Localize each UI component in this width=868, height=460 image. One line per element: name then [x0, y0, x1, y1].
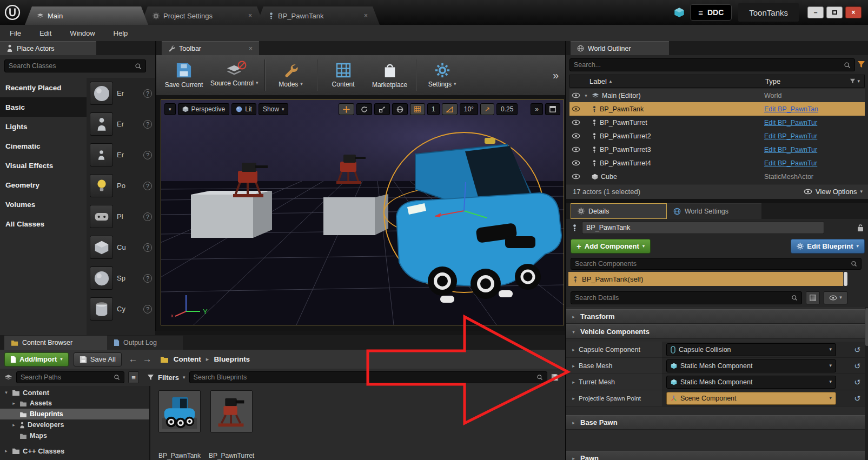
- help-icon[interactable]: ?: [143, 89, 152, 98]
- help-icon[interactable]: ?: [143, 305, 152, 314]
- minimize-button[interactable]: –: [807, 6, 824, 18]
- place-item-point-light[interactable]: Po ?: [87, 170, 155, 201]
- tab-world-outliner[interactable]: World Outliner: [571, 41, 669, 55]
- add-component-button[interactable]: + Add Component ▾: [571, 239, 651, 254]
- actor-name-input[interactable]: [586, 224, 820, 231]
- component-root-row[interactable]: BP_PawnTank(self): [568, 272, 843, 286]
- tree-item-maps[interactable]: ▸ Maps: [0, 430, 149, 441]
- maximize-viewport-button[interactable]: [545, 103, 560, 115]
- outliner-filter-icon[interactable]: [857, 61, 865, 68]
- help-icon[interactable]: ?: [143, 120, 152, 129]
- tab-project-settings[interactable]: Project Settings ×: [141, 6, 264, 25]
- category-basic[interactable]: Basic: [0, 97, 87, 117]
- details-scrollbar-track[interactable]: [865, 307, 868, 460]
- viewport-options-button[interactable]: ▾: [164, 103, 176, 115]
- tree-item-blueprints[interactable]: ▸ Blueprints: [0, 409, 149, 419]
- grid-snap-toggle[interactable]: [410, 103, 425, 115]
- visibility-eye-icon[interactable]: [572, 146, 580, 152]
- settings-button[interactable]: Settings▾: [419, 56, 466, 94]
- place-item-player-start[interactable]: Pl ?: [87, 201, 155, 232]
- tree-item-content[interactable]: ▾ Content: [0, 387, 149, 398]
- content-button[interactable]: Content: [320, 56, 367, 94]
- visibility-eye-icon[interactable]: [572, 133, 580, 139]
- toolbar-overflow-chevron[interactable]: »: [553, 69, 559, 82]
- close-button[interactable]: ×: [845, 6, 862, 18]
- category-geometry[interactable]: Geometry: [0, 175, 87, 195]
- turret-mesh-label[interactable]: ▸ Turret Mesh: [566, 374, 662, 390]
- tab-toolbar[interactable]: Toolbar ×: [162, 41, 259, 55]
- tree-item-assets[interactable]: ▸ Assets: [0, 398, 149, 409]
- place-item-sphere[interactable]: Sp ?: [87, 263, 155, 294]
- scale-snap-toggle[interactable]: ↗: [480, 103, 494, 115]
- search-paths-input[interactable]: [21, 374, 111, 381]
- section-pawn[interactable]: ▸ Pawn: [566, 451, 865, 460]
- paths-list-button[interactable]: ≡: [128, 371, 139, 383]
- capsule-component-label[interactable]: ▸ Capsule Component: [566, 342, 662, 358]
- sources-toggle-icon[interactable]: [4, 374, 12, 381]
- edit-blueprint-link[interactable]: Edit BP_PawnTur: [764, 159, 844, 167]
- place-item-empty-character[interactable]: Er ?: [87, 109, 155, 139]
- category-recently-placed[interactable]: Recently Placed: [0, 78, 87, 97]
- reset-to-default-icon[interactable]: ↺: [854, 345, 860, 354]
- base-mesh-label[interactable]: ▸ Base Mesh: [566, 358, 662, 374]
- reset-to-default-icon[interactable]: ↺: [854, 362, 860, 370]
- outliner-row-bp-pawnturret[interactable]: ▸ BP_PawnTurret Edit BP_PawnTur: [569, 116, 865, 129]
- forward-button[interactable]: →: [143, 354, 152, 365]
- tab-details[interactable]: Details: [571, 203, 667, 219]
- breadcrumb-blueprints[interactable]: Blueprints: [214, 355, 250, 363]
- restore-button[interactable]: [826, 6, 843, 18]
- move-tool-button[interactable]: [339, 103, 354, 115]
- edit-blueprint-link[interactable]: Edit BP_PawnTan: [764, 105, 844, 113]
- tab-place-actors[interactable]: Place Actors: [0, 41, 96, 55]
- tab-output-log[interactable]: Output Log: [107, 336, 183, 350]
- grid-snap-value[interactable]: 1: [427, 103, 440, 115]
- save-all-button[interactable]: Save All: [74, 352, 122, 366]
- viewport[interactable]: ▾ Perspective Lit Show ▾: [161, 100, 564, 325]
- asset-bp-pawnturret[interactable]: BP_PawnTurret: [209, 390, 254, 459]
- menu-edit[interactable]: Edit: [39, 29, 51, 37]
- outliner-row-bp-pawnturret3[interactable]: ▸ BP_PawnTurret3 Edit BP_PawnTur: [569, 143, 865, 156]
- viewport-scene[interactable]: [161, 100, 564, 325]
- visibility-eye-icon[interactable]: [572, 174, 580, 179]
- outliner-row-bp-pawnturret2[interactable]: ▸ BP_PawnTurret2 Edit BP_PawnTur: [569, 129, 865, 143]
- rotation-snap-toggle[interactable]: [442, 103, 458, 115]
- rotate-tool-button[interactable]: [356, 103, 372, 115]
- place-item-cylinder[interactable]: Cy ?: [87, 294, 155, 324]
- view-mode-button[interactable]: Lit: [231, 103, 256, 115]
- source-control-button[interactable]: Source Control▾: [207, 56, 262, 94]
- scale-tool-button[interactable]: [374, 103, 390, 115]
- details-scrollbar-thumb[interactable]: [865, 308, 868, 346]
- search-details-input[interactable]: [575, 294, 789, 302]
- back-button[interactable]: ←: [129, 354, 138, 365]
- world-local-toggle[interactable]: [392, 103, 408, 115]
- outliner-row-cube[interactable]: ▸ Cube StaticMeshActor: [569, 170, 865, 183]
- save-search-icon[interactable]: [551, 374, 559, 381]
- tab-main[interactable]: Main: [25, 6, 148, 25]
- visibility-eye-icon[interactable]: [572, 119, 580, 125]
- outliner-row-bp-pawnturret4[interactable]: ▸ BP_PawnTurret4 Edit BP_PawnTur: [569, 156, 865, 170]
- column-type[interactable]: Type: [765, 77, 780, 85]
- outliner-row-bp-pawntank[interactable]: ▸ BP_PawnTank Edit BP_PawnTan: [569, 102, 865, 116]
- turret-mesh-dropdown[interactable]: Static Mesh Component ▾: [666, 376, 836, 389]
- column-label[interactable]: Label: [589, 77, 607, 85]
- panel-splitter[interactable]: [565, 199, 868, 203]
- breadcrumb-content[interactable]: Content: [174, 355, 201, 363]
- place-item-empty-actor[interactable]: Er ?: [87, 78, 155, 109]
- category-cinematic[interactable]: Cinematic: [0, 136, 87, 156]
- tab-content-browser[interactable]: Content Browser: [4, 336, 107, 350]
- type-filter-button[interactable]: ▾: [850, 78, 864, 84]
- visibility-eye-icon[interactable]: [572, 92, 580, 98]
- help-icon[interactable]: ?: [143, 182, 152, 190]
- view-options-button[interactable]: View Options ▾: [804, 188, 863, 196]
- place-item-empty-pawn[interactable]: Er ?: [87, 139, 155, 170]
- close-tab-icon[interactable]: ×: [248, 12, 252, 19]
- tab-world-settings[interactable]: World Settings: [667, 203, 761, 219]
- section-base-pawn[interactable]: ▸ Base Pawn: [566, 415, 865, 430]
- projectile-spawn-point-dropdown[interactable]: Scene Component ▾: [666, 392, 836, 405]
- section-transform[interactable]: ▸ Transform: [566, 309, 865, 324]
- category-all-classes[interactable]: All Classes: [0, 214, 87, 234]
- tab-bp-pawntank[interactable]: BP_PawnTank ×: [256, 6, 380, 25]
- menu-help[interactable]: Help: [114, 29, 128, 37]
- camera-mode-button[interactable]: Perspective: [178, 103, 230, 115]
- visibility-eye-icon[interactable]: [572, 160, 580, 166]
